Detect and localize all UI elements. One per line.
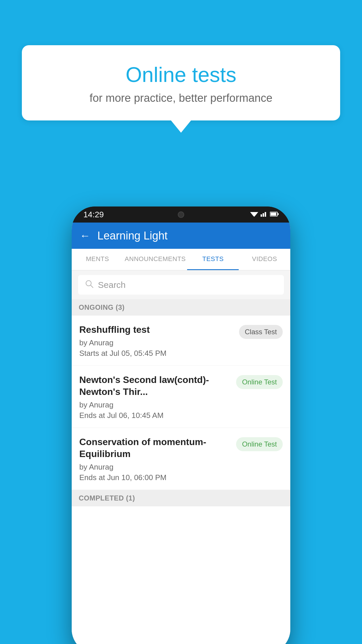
speech-bubble: Online tests for more practice, better p… <box>22 45 340 120</box>
svg-rect-4 <box>263 213 264 217</box>
svg-marker-2 <box>252 215 256 217</box>
app-header: ← Learning Light <box>72 223 290 249</box>
test-author: by Anurag <box>79 338 234 347</box>
svg-line-10 <box>91 285 93 288</box>
test-item-content: Reshuffling test by Anurag Starts at Jul… <box>79 324 234 358</box>
tabs-container: MENTS ANNOUNCEMENTS TESTS VIDEOS <box>72 249 290 270</box>
status-bar: 14:29 <box>72 206 290 223</box>
search-bar[interactable]: Search <box>78 275 284 295</box>
test-date: Ends at Jun 10, 06:00 PM <box>79 473 231 482</box>
test-item-content: Conservation of momentum-Equilibrium by … <box>79 436 231 482</box>
camera-lens <box>178 211 184 218</box>
svg-rect-3 <box>261 214 262 217</box>
completed-section-header: COMPLETED (1) <box>72 490 290 506</box>
test-date: Ends at Jul 06, 10:45 AM <box>79 411 231 420</box>
test-name: Reshuffling test <box>79 324 234 336</box>
test-date: Starts at Jul 05, 05:45 PM <box>79 349 234 358</box>
svg-rect-7 <box>277 213 279 215</box>
test-badge: Class Test <box>239 325 283 339</box>
wifi-icon <box>250 211 258 218</box>
svg-rect-8 <box>270 213 276 216</box>
svg-rect-5 <box>265 212 266 217</box>
test-item[interactable]: Reshuffling test by Anurag Starts at Jul… <box>72 316 290 366</box>
test-item-content: Newton's Second law(contd)-Newton's Thir… <box>79 374 231 420</box>
test-author: by Anurag <box>79 400 231 410</box>
speech-bubble-subtitle: for more practice, better performance <box>45 92 317 104</box>
back-button[interactable]: ← <box>80 230 90 242</box>
test-item[interactable]: Newton's Second law(contd)-Newton's Thir… <box>72 366 290 428</box>
tab-videos[interactable]: VIDEOS <box>239 249 290 270</box>
phone-frame: 14:29 ← Learning Light MENTS ANNOUNCEMEN… <box>72 206 290 644</box>
test-badge: Online Test <box>236 375 283 389</box>
signal-icon <box>261 211 268 218</box>
ongoing-section-header: ONGOING (3) <box>72 299 290 316</box>
tab-announcements[interactable]: ANNOUNCEMENTS <box>123 249 187 270</box>
test-name: Conservation of momentum-Equilibrium <box>79 436 231 460</box>
phone-notch <box>155 206 207 223</box>
test-badge: Online Test <box>236 437 283 451</box>
battery-icon <box>270 211 279 218</box>
status-icons <box>250 211 279 218</box>
app-title: Learning Light <box>97 230 168 242</box>
phone-screen: ← Learning Light MENTS ANNOUNCEMENTS TES… <box>72 223 290 644</box>
speech-bubble-container: Online tests for more practice, better p… <box>22 45 340 120</box>
test-item[interactable]: Conservation of momentum-Equilibrium by … <box>72 428 290 490</box>
speech-bubble-title: Online tests <box>45 63 317 87</box>
test-list: Reshuffling test by Anurag Starts at Jul… <box>72 316 290 644</box>
search-placeholder: Search <box>98 280 126 290</box>
test-author: by Anurag <box>79 463 231 472</box>
status-time: 14:29 <box>83 210 104 219</box>
search-container: Search <box>72 270 290 299</box>
tab-ments[interactable]: MENTS <box>72 249 123 270</box>
search-icon <box>85 280 93 290</box>
test-name: Newton's Second law(contd)-Newton's Thir… <box>79 374 231 398</box>
tab-tests[interactable]: TESTS <box>187 249 239 270</box>
